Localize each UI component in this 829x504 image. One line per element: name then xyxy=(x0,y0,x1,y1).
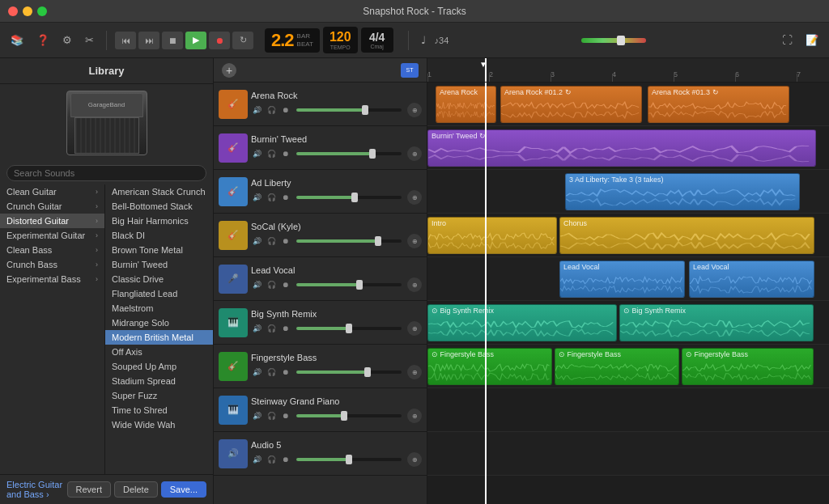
category-item-2[interactable]: Distorted Guitar› xyxy=(0,214,104,228)
subcategory-item-1[interactable]: Bell-Bottomed Stack xyxy=(105,199,213,214)
track-row-7[interactable]: 🎹 Steinway Grand Piano 🔊 🎧 ⏺ ⊕ xyxy=(214,388,427,432)
track-fader-8[interactable] xyxy=(296,458,402,461)
clip-intro[interactable]: Intro xyxy=(427,217,557,254)
track-mute-7[interactable]: 🔊 xyxy=(251,411,263,421)
track-row-8[interactable]: 🔊 Audio 5 🔊 🎧 ⏺ ⊕ xyxy=(214,432,427,476)
fader-thumb-1[interactable] xyxy=(369,149,376,159)
subcategory-item-14[interactable]: Super Fuzz xyxy=(105,388,213,403)
track-arm-8[interactable]: ⏺ xyxy=(280,455,291,464)
track-mute-4[interactable]: 🔊 xyxy=(251,280,263,290)
track-solo-1[interactable]: 🎧 xyxy=(266,149,278,159)
clip-⊙-fingerstyle-bass[interactable]: ⊙ Fingerstyle Bass xyxy=(555,348,679,385)
track-arm-0[interactable]: ⏺ xyxy=(280,105,291,115)
tempo-display[interactable]: 120 TEMPO xyxy=(323,27,358,53)
subcategory-item-7[interactable]: Flangliated Lead xyxy=(105,286,213,301)
category-item-0[interactable]: Clean Guitar› xyxy=(0,184,104,199)
track-arm-1[interactable]: ⏺ xyxy=(280,149,291,159)
track-arm-6[interactable]: ⏺ xyxy=(280,367,291,377)
track-fader-6[interactable] xyxy=(296,371,402,374)
track-solo-8[interactable]: 🎧 xyxy=(266,455,278,464)
settings-button[interactable]: ⚙ xyxy=(58,32,76,49)
track-fader-0[interactable] xyxy=(296,108,402,112)
add-track-button[interactable]: + xyxy=(222,63,236,78)
track-fader-1[interactable] xyxy=(296,152,402,155)
tuner-button[interactable]: ♩ xyxy=(417,32,430,49)
play-button[interactable]: ▶ xyxy=(185,32,206,49)
note-button[interactable]: 📝 xyxy=(801,32,823,49)
fader-thumb-0[interactable] xyxy=(362,105,368,115)
track-solo-6[interactable]: 🎧 xyxy=(266,367,278,377)
track-fader-5[interactable] xyxy=(296,327,402,330)
category-item-5[interactable]: Crunch Bass› xyxy=(0,257,104,272)
track-end-btn-3[interactable]: ⊕ xyxy=(407,234,422,248)
track-row-2[interactable]: 🎸 Ad Liberty 🔊 🎧 ⏺ ⊕ xyxy=(214,170,427,214)
track-fader-2[interactable] xyxy=(296,196,402,199)
fast-forward-button[interactable]: ⏭ xyxy=(138,32,159,49)
track-end-btn-0[interactable]: ⊕ xyxy=(407,103,422,117)
track-row-0[interactable]: 🎸 Arena Rock 🔊 🎧 ⏺ ⊕ xyxy=(214,83,427,126)
library-footer-link[interactable]: Electric Guitar and Bass › xyxy=(6,480,67,499)
subcategory-item-5[interactable]: Burnin' Tweed xyxy=(105,257,213,272)
track-end-btn-1[interactable]: ⊕ xyxy=(407,146,422,161)
track-solo-0[interactable]: 🎧 xyxy=(266,105,278,115)
clip-⊙-big-synth-remix[interactable]: ⊙ Big Synth Remix xyxy=(619,304,814,341)
track-fader-7[interactable] xyxy=(296,414,402,417)
rewind-button[interactable]: ⏮ xyxy=(115,32,136,49)
category-item-6[interactable]: Experimental Bass› xyxy=(0,272,104,286)
track-row-3[interactable]: 🎸 SoCal (Kyle) 🔊 🎧 ⏺ ⊕ xyxy=(214,214,427,257)
track-end-btn-4[interactable]: ⊕ xyxy=(407,277,422,292)
track-mute-8[interactable]: 🔊 xyxy=(251,455,263,464)
track-end-btn-5[interactable]: ⊕ xyxy=(407,321,422,336)
category-item-4[interactable]: Clean Bass› xyxy=(0,243,104,257)
track-row-6[interactable]: 🎸 Fingerstyle Bass 🔊 🎧 ⏺ ⊕ xyxy=(214,345,427,388)
subcategory-item-15[interactable]: Time to Shred xyxy=(105,403,213,417)
clip-burnin'-tweed[interactable]: Burnin' Tweed ↻ xyxy=(427,129,816,167)
track-end-btn-6[interactable]: ⊕ xyxy=(407,365,422,379)
stop-button[interactable]: ⏹ xyxy=(162,32,183,49)
track-end-btn-7[interactable]: ⊕ xyxy=(407,409,422,423)
subcategory-item-4[interactable]: Brown Tone Metal xyxy=(105,243,213,257)
track-mute-5[interactable]: 🔊 xyxy=(251,324,263,333)
track-fader-4[interactable] xyxy=(296,283,402,286)
minimize-button[interactable] xyxy=(23,6,32,16)
subcategory-item-13[interactable]: Stadium Spread xyxy=(105,374,213,388)
track-row-1[interactable]: 🎸 Burnin' Tweed 🔊 🎧 ⏺ ⊕ xyxy=(214,126,427,170)
clip-⊙-fingerstyle-bass[interactable]: ⊙ Fingerstyle Bass xyxy=(682,348,814,385)
track-solo-3[interactable]: 🎧 xyxy=(266,236,278,246)
track-solo-2[interactable]: 🎧 xyxy=(266,193,278,202)
delete-button[interactable]: Delete xyxy=(114,481,158,498)
track-end-btn-2[interactable]: ⊕ xyxy=(407,190,422,205)
fader-thumb-5[interactable] xyxy=(346,324,352,333)
track-arm-5[interactable]: ⏺ xyxy=(280,324,291,333)
clip-⊙-big-synth-remix[interactable]: ⊙ Big Synth Remix xyxy=(427,304,617,341)
fader-thumb-7[interactable] xyxy=(341,411,347,421)
volume-thumb[interactable] xyxy=(617,36,625,45)
subcategory-item-9[interactable]: Midrange Solo xyxy=(105,316,213,330)
fader-thumb-3[interactable] xyxy=(375,236,381,246)
close-button[interactable] xyxy=(8,6,18,16)
track-row-5[interactable]: 🎹 Big Synth Remix 🔊 🎧 ⏺ ⊕ xyxy=(214,301,427,345)
fader-thumb-6[interactable] xyxy=(364,367,371,377)
library-button[interactable]: 📚 xyxy=(6,32,28,49)
time-signature-display[interactable]: 4/4 Cmaj xyxy=(361,28,393,53)
track-mute-0[interactable]: 🔊 xyxy=(251,105,263,115)
category-item-3[interactable]: Experimental Guitar› xyxy=(0,228,104,243)
fader-thumb-4[interactable] xyxy=(356,280,363,290)
save-button[interactable]: Save... xyxy=(161,481,206,498)
subcategory-item-2[interactable]: Big Hair Harmonics xyxy=(105,214,213,228)
clip-arena-rock[interactable]: Arena Rock xyxy=(436,86,496,123)
fader-thumb-2[interactable] xyxy=(351,193,358,202)
track-solo-4[interactable]: 🎧 xyxy=(266,280,278,290)
track-solo-7[interactable]: 🎧 xyxy=(266,411,278,421)
subcategory-item-12[interactable]: Souped Up Amp xyxy=(105,359,213,374)
track-fader-3[interactable] xyxy=(296,239,402,243)
track-mute-3[interactable]: 🔊 xyxy=(251,236,263,246)
subcategory-item-16[interactable]: Wide Wide Wah xyxy=(105,417,213,432)
fullscreen-button[interactable]: ⛶ xyxy=(778,32,797,49)
subcategory-item-0[interactable]: American Stack Crunch xyxy=(105,184,213,199)
smart-tempo-button[interactable]: ST xyxy=(401,63,419,78)
record-button[interactable]: ⏺ xyxy=(209,32,230,49)
clip-chorus[interactable]: Chorus xyxy=(559,217,814,254)
subcategory-item-3[interactable]: Black DI xyxy=(105,228,213,243)
revert-button[interactable]: Revert xyxy=(67,481,111,498)
